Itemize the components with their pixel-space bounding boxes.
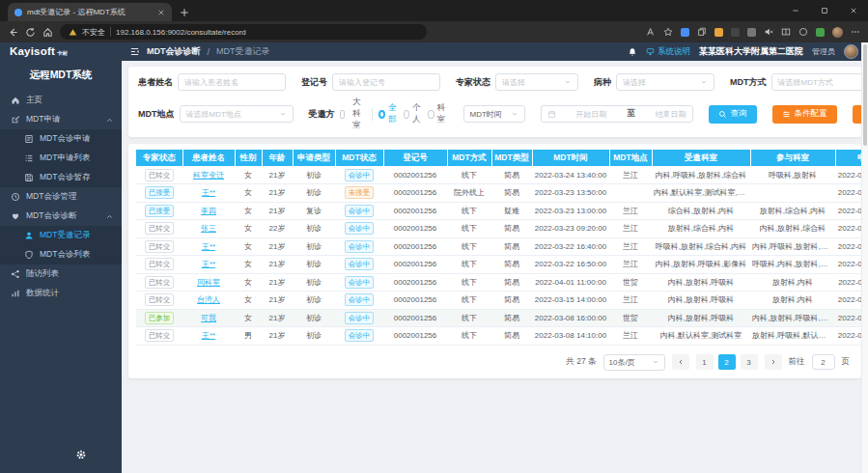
extension-icon[interactable]	[816, 28, 825, 37]
sidebar-item-label: MDT会诊管理	[26, 191, 76, 203]
table-cell: 女	[235, 220, 262, 238]
scrollbar[interactable]	[861, 42, 868, 473]
filter-field-time: MDT时间	[463, 105, 525, 123]
sidebar-item-0[interactable]: 主页	[0, 91, 122, 110]
page-button-2[interactable]: 2	[718, 354, 736, 370]
refresh-icon[interactable]	[25, 27, 36, 38]
radio-all[interactable]: 全部	[378, 102, 399, 125]
patient-name-link[interactable]: 张三	[201, 224, 216, 233]
mdt-location-select[interactable]: 请选择MDT地点	[180, 105, 294, 123]
sidebar-item-5[interactable]: MDT会诊管理	[0, 187, 122, 207]
table-header-row: 专家状态患者姓名性别年龄申请类型MDT状态登记号MDT方式MDT类型MDT时间M…	[136, 150, 868, 166]
table-cell: 2022-03-15 14:00:00	[532, 292, 609, 310]
split-screen-icon[interactable]	[781, 27, 791, 37]
address-bar[interactable]: 不安全 192.168.0.156:9002/consultate/record	[60, 24, 427, 40]
next-page-button[interactable]	[765, 354, 782, 370]
table-body: 已转交科室变迁女21岁初诊会诊中0002001256线下简易2022-03-24…	[136, 166, 868, 345]
patient-name-link[interactable]: 同科室	[197, 278, 220, 287]
close-icon[interactable]	[839, 0, 868, 21]
table-cell: 初诊	[293, 309, 335, 327]
system-help-button[interactable]: 系统说明	[646, 46, 690, 58]
pagination-total: 共 27 条	[566, 356, 596, 368]
sidebar-item-2[interactable]: MDT会诊申请	[0, 129, 122, 149]
extension-icon[interactable]	[681, 28, 689, 37]
menu-fold-icon[interactable]	[129, 46, 140, 57]
filter-input-0[interactable]: 请输入患者姓名	[178, 73, 286, 91]
font-size-icon[interactable]	[646, 27, 656, 37]
sidebar-item-3[interactable]: MDT申请列表	[0, 149, 122, 168]
sidebar-item-7[interactable]: MDT受邀记录	[0, 226, 122, 245]
collections-icon[interactable]	[798, 27, 808, 37]
user-avatar[interactable]	[844, 44, 858, 59]
radio-personal[interactable]: 个人	[404, 102, 424, 125]
breadcrumb-parent[interactable]: MDT会诊诊断	[147, 45, 201, 58]
sidebar-item-1[interactable]: MDT申请	[0, 110, 122, 129]
minimize-icon[interactable]	[781, 0, 810, 21]
radio-dept[interactable]: 科室	[428, 102, 448, 125]
table-cell: 线下	[447, 292, 491, 310]
table-cell: 内科,呼吸科,放射科,综合科	[750, 237, 835, 256]
patient-name-link[interactable]: 可我	[201, 314, 216, 322]
date-range-picker[interactable]: 开始日期 至 结束日期	[541, 105, 693, 123]
patient-name-link[interactable]: 王**	[202, 331, 215, 340]
filter-field-3: 病种请选择	[594, 73, 714, 91]
tab-close-icon[interactable]	[157, 9, 165, 16]
sidebar-item-4[interactable]: MDT会诊暂存	[0, 168, 122, 187]
table-cell: 线下	[447, 202, 491, 220]
table-cell: 22岁	[262, 220, 293, 238]
sidebar-item-label: MDT会诊诊断	[26, 210, 76, 222]
condition-config-button[interactable]: 条件配置	[772, 105, 837, 124]
extension-icon[interactable]	[714, 28, 723, 37]
patient-name-link[interactable]: 台湾人	[197, 295, 220, 304]
patient-name-link[interactable]: 王**	[202, 242, 215, 251]
copy-icon[interactable]	[697, 27, 707, 37]
browser-profile-avatar[interactable]	[832, 27, 843, 38]
browser-tab[interactable]: mdt受邀记录 - 远程MDT系统	[8, 3, 172, 21]
new-tab-icon[interactable]	[180, 8, 189, 17]
prev-page-button[interactable]	[672, 354, 689, 370]
more-menu-icon[interactable]	[851, 27, 860, 37]
home-icon[interactable]	[42, 27, 53, 38]
filter-select-3[interactable]: 请选择	[616, 73, 714, 91]
sidebar-item-10[interactable]: 数据统计	[0, 284, 122, 303]
speaker-muted-icon[interactable]	[764, 27, 773, 37]
favorite-star-icon[interactable]	[663, 27, 673, 37]
table-cell: 0002001256	[383, 220, 447, 238]
page-size-select[interactable]: 10条/页	[603, 354, 665, 371]
sidebar-item-9[interactable]: 随访列表	[0, 264, 122, 284]
browser-url-bar: 不安全 192.168.0.156:9002/consultate/record	[0, 21, 868, 42]
logo-suffix: 卡耐	[57, 50, 68, 57]
maximize-icon[interactable]	[810, 0, 839, 21]
column-header: MDT地点	[609, 150, 652, 166]
filter-input-1[interactable]: 请输入登记号	[332, 73, 440, 91]
patient-name-link[interactable]: 王**	[202, 260, 215, 268]
table-cell: 2022-03-08 14:10:00	[532, 327, 609, 346]
chevron-left-icon	[677, 358, 685, 366]
scrollbar-thumb[interactable]	[863, 44, 867, 146]
table-cell: 世贸	[609, 273, 652, 292]
page-button-3[interactable]: 3	[741, 354, 758, 370]
table-cell: 疑难	[491, 202, 532, 220]
extension-icon[interactable]	[731, 28, 740, 37]
table-cell: 21岁	[262, 292, 293, 310]
table-row: 已参加可我女21岁初诊会诊中0002001256线下简易2022-03-08 1…	[136, 309, 868, 327]
patient-name-link[interactable]: 李四	[201, 207, 216, 215]
sidebar-item-6[interactable]: MDT会诊诊断	[0, 207, 122, 226]
goto-page-input[interactable]	[812, 354, 835, 370]
filter-select-4[interactable]: 请选择MDT方式	[771, 73, 868, 91]
filter-select-2[interactable]: 请选择	[495, 73, 578, 91]
divider	[110, 27, 111, 37]
dept-group-checkbox[interactable]	[340, 110, 345, 119]
status-badge: 会诊中	[345, 258, 375, 270]
page-button-1[interactable]: 1	[696, 354, 714, 370]
gear-icon[interactable]	[75, 449, 87, 460]
extension-icon[interactable]	[747, 28, 756, 37]
patient-name-link[interactable]: 王**	[202, 188, 215, 197]
back-icon[interactable]	[8, 27, 18, 38]
search-button[interactable]: 查询	[709, 105, 757, 124]
table-cell: 2022-03-23 09:20:00	[532, 220, 609, 238]
time-type-select[interactable]: MDT时间	[463, 105, 525, 123]
bell-icon[interactable]	[628, 47, 637, 57]
sidebar-item-8[interactable]: MDT会诊列表	[0, 245, 122, 264]
patient-name-link[interactable]: 科室变迁	[193, 171, 224, 180]
